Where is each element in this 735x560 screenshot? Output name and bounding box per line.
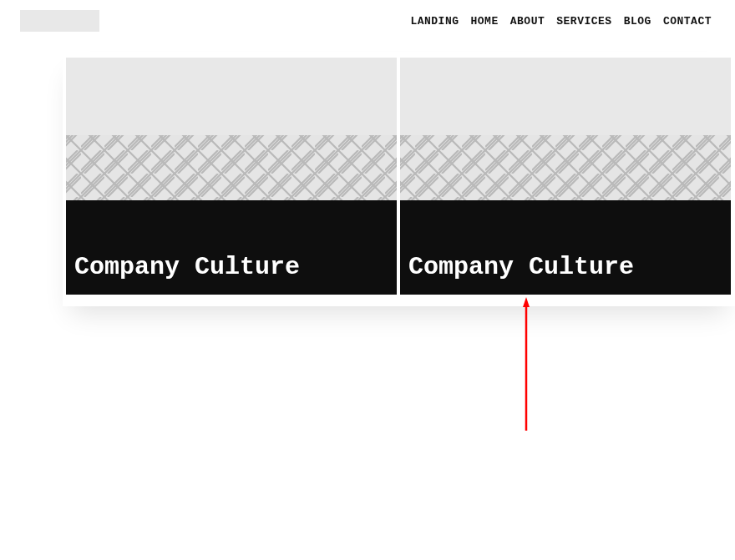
svg-rect-2: [400, 135, 731, 200]
card-image-placeholder: [66, 58, 397, 135]
site-logo[interactable]: [20, 10, 99, 32]
card-pattern-band: [400, 135, 731, 200]
nav-item-blog[interactable]: BLOG: [624, 15, 651, 28]
card-pattern-band: [66, 135, 397, 200]
site-header: LANDING HOME ABOUT SERVICES BLOG CONTACT: [0, 0, 735, 42]
card-row: Company Culture Company Culture: [66, 58, 735, 295]
annotation-arrow-icon: [523, 297, 533, 435]
nav-item-about[interactable]: ABOUT: [510, 15, 545, 28]
main-nav: LANDING HOME ABOUT SERVICES BLOG CONTACT: [410, 15, 712, 28]
content-panel: Company Culture Company Culture: [63, 52, 735, 306]
card-footer: Company Culture: [400, 200, 731, 295]
card-title: Company Culture: [408, 253, 634, 281]
card-company-culture-2[interactable]: Company Culture: [400, 58, 731, 295]
nav-item-home[interactable]: HOME: [471, 15, 499, 28]
nav-item-services[interactable]: SERVICES: [556, 15, 611, 28]
svg-rect-1: [66, 135, 397, 200]
card-title: Company Culture: [74, 253, 300, 281]
card-company-culture-1[interactable]: Company Culture: [66, 58, 397, 295]
card-footer: Company Culture: [66, 200, 397, 295]
nav-item-landing[interactable]: LANDING: [410, 15, 459, 28]
card-image-placeholder: [400, 58, 731, 135]
nav-item-contact[interactable]: CONTACT: [663, 15, 712, 28]
